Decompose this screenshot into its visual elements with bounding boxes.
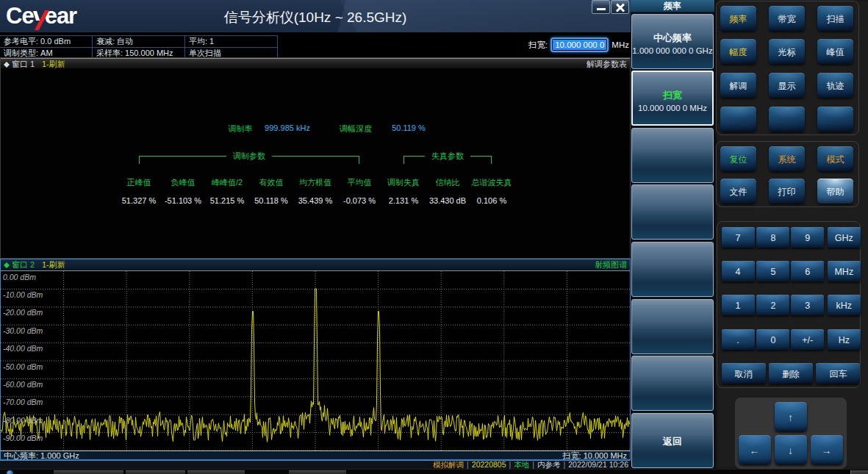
y-axis-tick-label: -20.00 dBm xyxy=(3,308,43,317)
softkey-center-frequency[interactable]: 中心频率 1.000 000 000 0 GHz xyxy=(631,14,714,69)
softkey-blank-5[interactable] xyxy=(631,242,714,297)
key-file[interactable]: 文件 xyxy=(720,179,756,204)
key-mhz[interactable]: MHz xyxy=(828,261,861,281)
key-amplitude[interactable]: 幅度 xyxy=(720,39,756,64)
y-axis-tick-label: -50.00 dBm xyxy=(3,362,43,371)
param-col-rms: 均方根值 35.439 % xyxy=(293,177,337,205)
param-value: -0.073 % xyxy=(337,196,381,205)
key-marker[interactable]: 光标 xyxy=(769,39,805,64)
softkey-blank-6[interactable] xyxy=(631,299,714,354)
numeric-key-group: 7 8 9 GHz 4 5 6 MHz 1 2 3 kHz . 0 +/- Hz… xyxy=(717,221,861,388)
taskbar-button[interactable] xyxy=(289,470,346,474)
key-delete[interactable]: 删除 xyxy=(769,363,813,384)
param-value: -51.103 % xyxy=(161,196,205,205)
close-button[interactable] xyxy=(611,0,629,14)
key-blank-10[interactable] xyxy=(720,107,756,132)
key-enter[interactable]: 回车 xyxy=(816,363,860,384)
mod-depth-value: 50.119 % xyxy=(392,123,426,132)
mod-rate-value: 999.985 kHz xyxy=(265,123,310,132)
arrow-right-key[interactable]: → xyxy=(811,435,843,464)
key-frequency[interactable]: 频率 xyxy=(720,6,756,31)
y-axis-tick-label: -40.00 dBm xyxy=(3,344,43,353)
taskbar-button[interactable] xyxy=(126,470,185,474)
softkey-blank-4[interactable] xyxy=(631,184,714,240)
distortion-params-group-title: 失真参数 xyxy=(425,151,470,161)
taskbar-tray[interactable] xyxy=(850,470,868,474)
taskbar-app-icon[interactable] xyxy=(7,470,13,474)
mod-params-group-title: 调制参数 xyxy=(226,151,272,161)
arrow-left-key[interactable]: ← xyxy=(739,435,771,464)
key-1[interactable]: 1 xyxy=(722,295,755,315)
demod-window[interactable]: 窗口 1 1-刷新 解调参数表 调制率 999.985 kHz 调幅深度 50.… xyxy=(0,57,631,259)
key-display[interactable]: 显示 xyxy=(769,73,805,98)
key-blank-11[interactable] xyxy=(769,107,805,132)
mod-rate-label: 调制率 xyxy=(229,123,253,134)
minimize-button[interactable] xyxy=(592,0,610,14)
softkey-span[interactable]: 扫宽 10.000 000 0 MHz xyxy=(631,71,714,126)
spectrum-footer: 中心频率: 1.000 GHz 扫宽: 10.000 MHz xyxy=(1,450,630,460)
param-label: 平均值 xyxy=(337,177,381,188)
span-entry-value: 10.000 000 0 xyxy=(553,40,606,50)
key-dot[interactable]: . xyxy=(722,329,755,350)
key-system[interactable]: 系统 xyxy=(769,146,805,171)
softkey-value: 1.000 000 000 0 GHz xyxy=(632,46,713,55)
setting-average: 平均: 1 xyxy=(185,36,278,48)
key-blank-12[interactable] xyxy=(817,107,853,132)
key-preset[interactable]: 复位 xyxy=(720,146,756,171)
key-9[interactable]: 9 xyxy=(791,227,824,248)
status-datetime: 2022/09/21 10:26 xyxy=(568,460,628,469)
span-entry-input[interactable]: 10.000 000 0 xyxy=(550,37,609,52)
y-axis-tick-label: 0.00 dBm xyxy=(3,273,36,281)
key-sweep[interactable]: 扫描 xyxy=(817,6,853,31)
y-axis-tick-label: -70.00 dBm xyxy=(3,398,43,406)
key-mode[interactable]: 模式 xyxy=(817,146,853,171)
front-panel-keypad: 频率 带宽 扫描 幅度 光标 峰值 解调 显示 轨迹 复位 系统 模式 文件 打… xyxy=(714,0,868,469)
key-help[interactable]: 帮助 xyxy=(817,179,853,204)
system-key-group: 复位 系统 模式 文件 打印 帮助 xyxy=(716,141,859,207)
key-6[interactable]: 6 xyxy=(791,261,824,281)
softkey-back[interactable]: 返回 xyxy=(631,413,714,468)
spectrum-window-header: 窗口 2 1-刷新 射频图谱 xyxy=(1,259,630,270)
param-label: 调制失真 xyxy=(381,177,426,188)
taskbar-button[interactable] xyxy=(54,470,123,474)
key-trace[interactable]: 轨迹 xyxy=(817,73,853,98)
param-value: 35.439 % xyxy=(293,196,337,205)
key-demod[interactable]: 解调 xyxy=(720,73,756,98)
span-entry-field: 扫宽: 10.000 000 0 MHz xyxy=(528,37,629,53)
key-hz[interactable]: Hz xyxy=(828,329,861,350)
param-col-thd: 总谐波失真 0.106 % xyxy=(470,177,514,205)
softkey-blank-7[interactable] xyxy=(631,356,714,411)
param-col-mod-distortion: 调制失真 2.131 % xyxy=(381,177,426,205)
setting-attenuation: 衰减: 自动 xyxy=(93,36,185,48)
key-3[interactable]: 3 xyxy=(791,295,824,315)
key-0[interactable]: 0 xyxy=(756,329,789,350)
spectrum-plot[interactable]: 0.00 dBm-10.00 dBm-20.00 dBm-30.00 dBm-4… xyxy=(1,270,630,450)
span-entry-label: 扫宽: xyxy=(528,40,548,51)
key-khz[interactable]: kHz xyxy=(828,295,861,315)
arrow-up-key[interactable]: ↑ xyxy=(775,402,807,431)
softkey-blank-3[interactable] xyxy=(631,128,714,183)
key-5[interactable]: 5 xyxy=(756,261,789,281)
rf-spectrum-window[interactable]: 窗口 2 1-刷新 射频图谱 0.00 dBm-10.00 dBm-20.00 … xyxy=(0,259,631,461)
mod-depth-label: 调幅深度 xyxy=(340,123,372,134)
taskbar-button[interactable] xyxy=(187,470,245,474)
key-cancel[interactable]: 取消 xyxy=(722,363,766,384)
key-4[interactable]: 4 xyxy=(722,261,755,281)
arrow-down-key[interactable]: ↓ xyxy=(775,435,807,464)
key-ghz[interactable]: GHz xyxy=(828,227,861,248)
key-print[interactable]: 打印 xyxy=(769,179,805,204)
y-axis-tick-label: -30.00 dBm xyxy=(3,326,43,335)
key-8[interactable]: 8 xyxy=(756,227,789,248)
param-columns: 正峰值 51.327 % 负峰值 -51.103 % 峰峰值/2 51.215 … xyxy=(117,177,514,205)
y-axis-tick-label: -10.00 dBm xyxy=(3,290,43,299)
window1-name: 窗口 1 xyxy=(12,59,35,70)
key-bandwidth[interactable]: 带宽 xyxy=(769,6,805,31)
key-7[interactable]: 7 xyxy=(722,227,755,248)
key-peak[interactable]: 峰值 xyxy=(817,39,853,64)
softkey-menu: 频率 中心频率 1.000 000 000 0 GHz 扫宽 10.000 00… xyxy=(631,0,714,469)
key-plusminus[interactable]: +/- xyxy=(791,329,824,350)
window2-refresh-label: 1-刷新 xyxy=(42,259,65,270)
status-separator: | xyxy=(464,460,472,469)
key-2[interactable]: 2 xyxy=(756,295,789,315)
window-controls xyxy=(591,0,629,14)
